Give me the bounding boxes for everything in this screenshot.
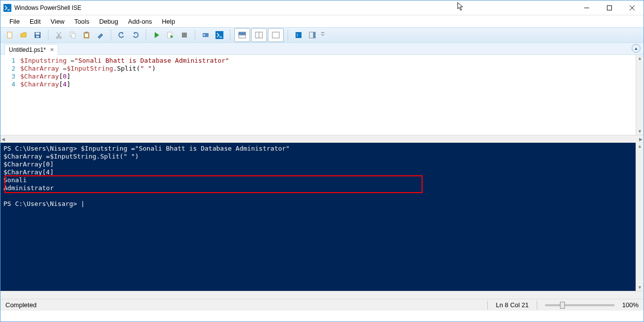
console-output: Sonali (3, 176, 27, 184)
remote-button[interactable] (199, 29, 212, 41)
show-command-button[interactable] (292, 29, 305, 41)
menu-tools[interactable]: Tools (69, 16, 94, 27)
menu-edit[interactable]: Edit (25, 16, 45, 27)
window-title: Windows PowerShell ISE (14, 4, 81, 11)
run-selection-button[interactable] (164, 29, 177, 41)
line-number: 1 (0, 57, 15, 65)
svg-rect-8 (36, 36, 39, 38)
clear-button[interactable] (94, 29, 107, 41)
code-line: $CharArray =$InputString.Split(" ") (20, 65, 636, 73)
maximize-button[interactable] (598, 0, 621, 15)
line-number-gutter: 1 2 3 4 (0, 55, 20, 135)
toolbar (0, 27, 644, 43)
console-pane-wrap: PS C:\Users\Nisarg> $Inputstring ="Sonal… (0, 143, 644, 291)
show-command-addon-button[interactable] (306, 29, 319, 41)
stop-button[interactable] (178, 29, 191, 41)
layout-3-button[interactable] (268, 28, 284, 42)
menu-debug[interactable]: Debug (94, 16, 123, 27)
tab-label: Untitled1.ps1* (9, 46, 46, 53)
paste-button[interactable] (80, 29, 93, 41)
cut-button[interactable] (52, 29, 65, 41)
svg-rect-17 (182, 33, 187, 38)
console-output: Administrator (3, 184, 54, 192)
svg-point-19 (204, 35, 205, 36)
run-button[interactable] (150, 29, 163, 41)
console-horizontal-scrollbar[interactable] (0, 291, 644, 299)
zoom-thumb[interactable] (560, 302, 565, 309)
svg-rect-2 (607, 5, 612, 10)
undo-button[interactable] (115, 29, 128, 41)
script-editor[interactable]: 1 2 3 4 $Inputstring ="Sonali Bhatt is D… (0, 55, 644, 135)
svg-rect-7 (36, 33, 40, 35)
separator (146, 30, 146, 40)
minimize-button[interactable] (575, 0, 598, 15)
line-number: 3 (0, 73, 15, 80)
code-line: $CharArray[0] (20, 73, 636, 80)
svg-rect-14 (85, 34, 88, 37)
copy-button[interactable] (66, 29, 79, 41)
toolbar-overflow[interactable] (320, 29, 326, 41)
menu-file[interactable]: File (4, 16, 25, 27)
svg-rect-30 (313, 32, 315, 38)
console-line: $CharArray[4] (3, 168, 54, 176)
zoom-level: 100% (622, 301, 639, 309)
status-message: Completed (5, 301, 37, 309)
tab-close-icon[interactable]: ✕ (50, 47, 54, 52)
separator (111, 30, 111, 40)
separator (48, 30, 48, 40)
powershell-button[interactable] (213, 29, 226, 41)
line-number: 4 (0, 80, 15, 88)
zoom-slider[interactable] (545, 304, 614, 306)
console-prompt: PS C:\Users\Nisarg> | (3, 200, 85, 207)
menu-addons[interactable]: Add-ons (123, 16, 157, 27)
separator (230, 30, 230, 40)
window-controls (575, 0, 644, 15)
svg-rect-12 (72, 34, 75, 38)
layout-2-button[interactable] (251, 28, 267, 42)
console-line: $CharArray[0] (3, 161, 54, 168)
console-pane[interactable]: PS C:\Users\Nisarg> $Inputstring ="Sonal… (0, 143, 636, 291)
editor-vertical-scrollbar[interactable]: ▲▼ (636, 55, 644, 135)
console-vertical-scrollbar[interactable]: ▲▼ (636, 143, 644, 291)
svg-rect-23 (239, 32, 246, 35)
tab-strip: Untitled1.ps1* ✕ ▲ (0, 43, 644, 55)
code-line: $Inputstring ="Sonali Bhatt is Database … (20, 57, 636, 65)
separator (195, 30, 195, 40)
cursor-position: Ln 8 Col 21 (496, 301, 529, 309)
collapse-script-pane-button[interactable]: ▲ (632, 44, 641, 53)
new-button[interactable] (3, 29, 16, 41)
separator (487, 301, 488, 310)
separator (288, 30, 288, 40)
app-icon (3, 4, 11, 12)
separator (537, 301, 537, 310)
line-number: 2 (0, 65, 15, 73)
open-button[interactable] (17, 29, 30, 41)
svg-point-10 (59, 37, 61, 39)
close-button[interactable] (621, 0, 644, 15)
console-line: PS C:\Users\Nisarg> $Inputstring ="Sonal… (3, 145, 290, 152)
title-bar: Windows PowerShell ISE (0, 0, 644, 15)
svg-rect-15 (86, 32, 87, 33)
save-button[interactable] (31, 29, 44, 41)
editor-horizontal-scrollbar[interactable]: ◀▶ (0, 135, 644, 143)
svg-rect-26 (272, 32, 279, 38)
code-area[interactable]: $Inputstring ="Sonali Bhatt is Database … (20, 55, 636, 135)
menu-help[interactable]: Help (157, 16, 180, 27)
console-line: $CharArray =$InputString.Split(" ") (3, 153, 139, 160)
code-line: $CharArray[4] (20, 80, 636, 88)
menu-view[interactable]: View (45, 16, 69, 27)
menu-bar: File Edit View Tools Debug Add-ons Help (0, 15, 644, 27)
redo-button[interactable] (129, 29, 142, 41)
layout-1-button[interactable] (234, 28, 250, 42)
svg-rect-27 (296, 32, 301, 38)
svg-point-9 (56, 37, 58, 39)
tab-untitled[interactable]: Untitled1.ps1* ✕ (4, 44, 58, 55)
status-bar: Completed Ln 8 Col 21 100% (0, 299, 644, 311)
